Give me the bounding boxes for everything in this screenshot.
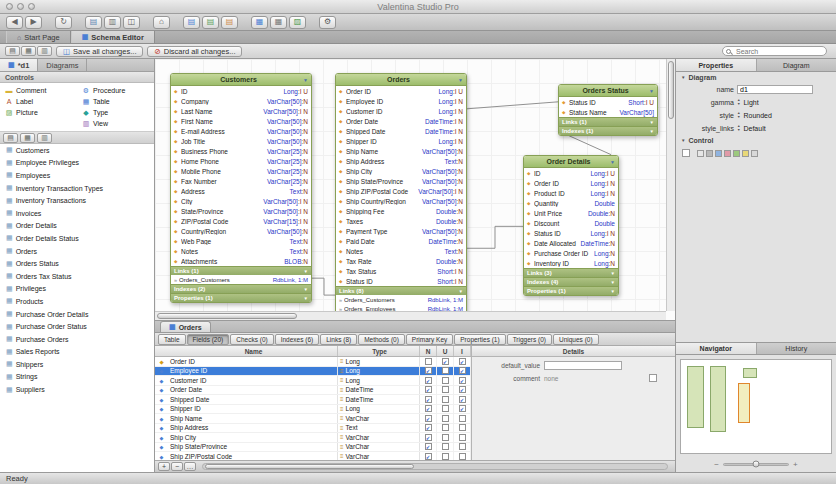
entity-field[interactable]: ◆CityVarChar[50]:I N: [171, 196, 311, 206]
tab-d1[interactable]: ▦ *d1: [0, 59, 38, 71]
control-label[interactable]: ALabel: [0, 96, 77, 107]
entity-field[interactable]: ◆Shipping FeeDouble:N: [336, 206, 466, 216]
entity-orders-status[interactable]: Orders Status▼◆Status IDShort:I U◆Status…: [558, 84, 658, 136]
control-comment[interactable]: ▬Comment: [0, 85, 77, 96]
default-value-input[interactable]: [544, 361, 622, 370]
entity-field[interactable]: ◆Shipper IDLong:I N: [336, 136, 466, 146]
entity-field[interactable]: ◆Country/RegionVarChar[50]:N: [171, 226, 311, 236]
sidebar-table-invoices[interactable]: ▦Invoices: [0, 207, 154, 220]
sidebar-table-inventory-transaction-types[interactable]: ▦Inventory Transaction Types: [0, 182, 154, 195]
indexed-checkbox[interactable]: [459, 424, 466, 431]
tab-links-8[interactable]: Links (8): [320, 334, 357, 345]
nullable-checkbox[interactable]: ✓: [425, 386, 432, 393]
view-mode-button-2[interactable]: ▦: [21, 46, 36, 56]
nullable-checkbox[interactable]: ✓: [425, 367, 432, 374]
indexed-checkbox[interactable]: ✓: [459, 367, 466, 374]
style-value[interactable]: Rounded: [743, 112, 771, 119]
color-swatch-7[interactable]: [751, 150, 758, 157]
zoom-in-icon[interactable]: +: [793, 460, 798, 469]
field-row-ship-address[interactable]: ◆Ship Address≡Text✓: [155, 424, 471, 434]
new-document-button[interactable]: ▤: [85, 16, 102, 29]
field-row-employee-id[interactable]: ◆Employee ID≡Long✓✓: [155, 367, 471, 377]
tools-button[interactable]: ⚙: [319, 16, 336, 29]
field-row-ship-city[interactable]: ◆Ship City≡VarChar✓: [155, 433, 471, 443]
minimize-button[interactable]: [17, 3, 24, 10]
nullable-checkbox[interactable]: ✓: [425, 377, 432, 384]
indexed-checkbox[interactable]: [459, 453, 466, 460]
grid-footer-button-3[interactable]: …: [184, 462, 196, 471]
color-swatch-4[interactable]: [724, 150, 731, 157]
diagram-section-header[interactable]: ▼ Diagram: [676, 72, 836, 83]
entity-field[interactable]: ◆Product IDLong:I N: [524, 188, 618, 198]
zoom-slider[interactable]: − +: [676, 458, 836, 470]
entity-field[interactable]: ◆NotesText:N: [336, 246, 466, 256]
controls-section-header[interactable]: Controls: [0, 72, 154, 83]
entity-header[interactable]: Orders▼: [336, 74, 466, 86]
database-green-button[interactable]: ▤: [202, 16, 219, 29]
entity-section-indexes-2[interactable]: Indexes (2)▼: [171, 284, 311, 293]
field-row-customer-id[interactable]: ◆Customer ID≡Long✓✓: [155, 376, 471, 386]
nullable-checkbox[interactable]: ✓: [425, 453, 432, 460]
entity-field[interactable]: ◆NotesText:N: [171, 246, 311, 256]
field-row-order-id[interactable]: ◆Order ID≡Long✓✓: [155, 357, 471, 367]
entity-field[interactable]: ◆Ship ZIP/Postal CodeVarChar[50]:I N: [336, 186, 466, 196]
tab-history[interactable]: History: [757, 343, 836, 354]
tab-orders-editor[interactable]: ▦ Orders: [160, 321, 211, 332]
indexed-checkbox[interactable]: ✓: [459, 377, 466, 384]
entity-orders[interactable]: Orders▼◆Order IDLong:I U◆Employee IDLong…: [335, 73, 467, 314]
entity-field[interactable]: ◆Last NameVarChar[50]:I N: [171, 106, 311, 116]
sidebar-table-orders[interactable]: ▦Orders: [0, 245, 154, 258]
entity-field[interactable]: ◆Order DateDateTime:I N: [336, 116, 466, 126]
sidebar-table-customers[interactable]: ▦Customers: [0, 144, 154, 157]
control-checkbox[interactable]: [682, 149, 690, 157]
field-row-ship-name[interactable]: ◆Ship Name≡VarChar✓: [155, 414, 471, 424]
sidebar-table-strings[interactable]: ▦Strings: [0, 371, 154, 384]
view-mode-button-1[interactable]: ▤: [5, 46, 20, 56]
comment-edit-button[interactable]: [649, 374, 657, 382]
view-mode-button-3[interactable]: ▥: [37, 46, 52, 56]
sidebar-table-order-details-status[interactable]: ▦Order Details Status: [0, 232, 154, 245]
save-all-button[interactable]: ◫ Save all changes...: [56, 46, 143, 57]
sidebar-table-sales-reports[interactable]: ▦Sales Reports: [0, 346, 154, 359]
slider-track[interactable]: [723, 463, 789, 466]
entity-field[interactable]: ◆Status IDShort:I N: [336, 276, 466, 286]
sidebar-table-employee-privileges[interactable]: ▦Employee Privileges: [0, 157, 154, 170]
entity-field[interactable]: ◆TaxesDouble:N: [336, 216, 466, 226]
entity-field[interactable]: ◆Ship NameVarChar[50]:N: [336, 146, 466, 156]
color-swatch-1[interactable]: [697, 150, 704, 157]
field-row-order-date[interactable]: ◆Order Date≡DateTime✓✓: [155, 386, 471, 396]
entity-field[interactable]: ◆Payment TypeVarChar[50]:N: [336, 226, 466, 236]
grid-footer-button-1[interactable]: +: [158, 462, 170, 471]
sidebar-table-inventory-transactions[interactable]: ▦Inventory Transactions: [0, 194, 154, 207]
entity-field[interactable]: ◆Tax StatusShort:I N: [336, 266, 466, 276]
discard-all-button[interactable]: ⊘ Discard all changes...: [147, 46, 242, 57]
entity-field[interactable]: ◆DiscountDouble: [524, 218, 618, 228]
entity-field[interactable]: ◆CompanyVarChar[50]:N: [171, 96, 311, 106]
filter-icon[interactable]: ▼: [610, 159, 615, 165]
filter-icon[interactable]: ▼: [649, 88, 654, 94]
picture-button[interactable]: ▨: [289, 16, 306, 29]
indexed-checkbox[interactable]: [459, 434, 466, 441]
tab-indexes-6[interactable]: Indexes (6): [275, 334, 320, 345]
sidebar-table-employees[interactable]: ▦Employees: [0, 169, 154, 182]
entity-field[interactable]: ◆Paid DateDateTime:N: [336, 236, 466, 246]
entity-section-links-1[interactable]: Links (1)▼: [171, 266, 311, 275]
nullable-checkbox[interactable]: ✓: [425, 415, 432, 422]
entity-field[interactable]: ◆AttachmentsBLOB:N: [171, 256, 311, 266]
entity-field[interactable]: ◆Ship CityVarChar[50]:N: [336, 166, 466, 176]
sidebar-table-orders-status[interactable]: ▦Orders Status: [0, 257, 154, 270]
filter-icon[interactable]: ▼: [303, 77, 308, 83]
entity-field[interactable]: ◆Home PhoneVarChar[25]:N: [171, 156, 311, 166]
entity-field[interactable]: ◆Customer IDLong:I N: [336, 106, 466, 116]
navigator-preview[interactable]: [680, 359, 832, 454]
entity-field[interactable]: ◆Order IDLong:I U: [336, 86, 466, 96]
entity-section-links-3[interactable]: Links (3)▼: [524, 268, 618, 277]
tab-fields-20[interactable]: Fields (20): [187, 334, 230, 345]
tab-table[interactable]: Table: [158, 334, 186, 345]
entity-field[interactable]: ◆First NameVarChar[50]:N: [171, 116, 311, 126]
entity-field[interactable]: ◆IDLong:I U: [524, 168, 618, 178]
nullable-checkbox[interactable]: ✓: [425, 424, 432, 431]
entity-section-properties-1[interactable]: Properties (1)▼: [171, 293, 311, 302]
grid-footer-button-2[interactable]: −: [171, 462, 183, 471]
unique-checkbox[interactable]: [442, 424, 449, 431]
